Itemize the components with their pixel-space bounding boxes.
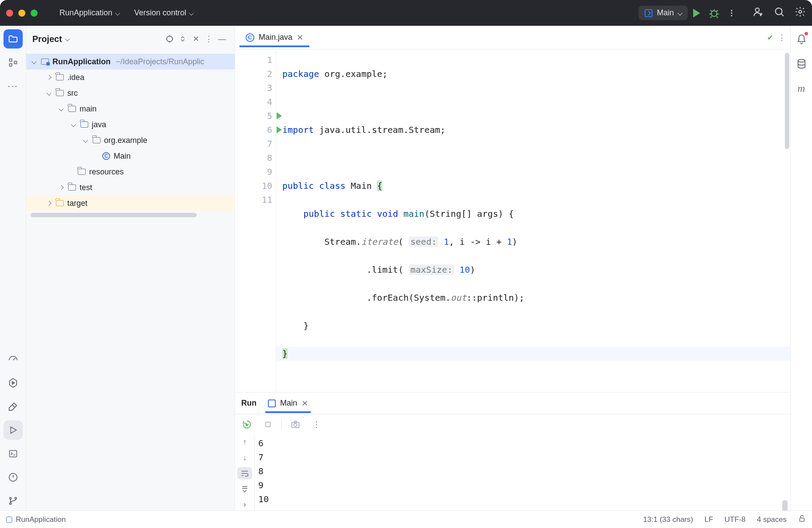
project-panel: Project ✕ ⋮ — RunApplication ~/IdeaProje… [26,26,235,511]
editor-options-button[interactable]: ⋮ [778,33,786,42]
source-folder-icon [80,122,88,128]
code-editor[interactable]: 1234 5 6 7891011 package org.example; im… [235,49,790,392]
close-tab-button[interactable]: ✕ [297,33,303,42]
vcs-tool-button[interactable] [3,491,23,511]
run-tool-window: Run Main ✕ ⋮ ↑ ↓ › [235,393,790,511]
tree-item-package[interactable]: org.example [26,132,235,148]
chevron-down-icon [189,10,194,15]
search-everywhere-button[interactable] [774,6,785,20]
notifications-button[interactable] [794,32,809,47]
scroll-up-button[interactable]: ↑ [237,436,252,448]
tree-item-test[interactable]: test [26,180,235,195]
editor-gutter[interactable]: 1234 5 6 7891011 [235,49,276,392]
console-output[interactable]: 6 7 8 9 10 Process finished with exit co… [254,434,790,511]
open-prompt-button[interactable]: › [237,498,252,511]
select-opened-file-button[interactable] [163,32,176,45]
tree-item-java[interactable]: java [26,117,235,132]
camera-icon [291,420,300,429]
more-vertical-icon [727,9,736,17]
code-with-me-button[interactable] [753,6,764,20]
expand-icon [179,35,187,43]
soft-wrap-button[interactable] [237,467,252,479]
module-icon [41,59,49,65]
titlebar: RunApplication Version control Main [0,0,812,26]
class-icon: C [246,33,254,42]
panel-close-button[interactable]: ✕ [189,32,202,45]
line-separator[interactable]: LF [704,515,713,524]
profiler-tool-button[interactable] [3,350,23,369]
expand-collapse-button[interactable] [176,32,189,45]
project-view-selector[interactable]: Project [32,34,69,44]
caret-position[interactable]: 13:1 (33 chars) [643,515,693,524]
tree-root[interactable]: RunApplication ~/IdeaProjects/RunApplic [26,54,235,69]
vertical-scrollbar[interactable] [782,500,788,511]
play-icon [8,425,18,435]
build-tool-button[interactable] [3,397,23,416]
status-bar: RunApplication 13:1 (33 chars) LF UTF-8 … [0,511,812,528]
more-tools-button[interactable]: ··· [3,76,23,96]
rerun-button[interactable] [239,417,254,432]
close-window-button[interactable] [6,10,13,17]
tree-item-src[interactable]: src [26,85,235,101]
run-tab-main[interactable]: Main ✕ [265,394,311,413]
terminal-tool-button[interactable] [3,444,23,463]
editor-tab-main[interactable]: C Main.java ✕ [239,28,309,47]
scroll-to-end-button[interactable] [237,483,252,495]
services-tool-button[interactable] [3,373,23,393]
stop-button[interactable] [260,417,275,432]
tree-label: src [67,89,78,98]
notification-dot [805,32,808,35]
svg-rect-20 [800,518,805,521]
tree-item-main[interactable]: main [26,101,235,117]
tree-item-idea[interactable]: .idea [26,69,235,85]
indent-setting[interactable]: 4 spaces [757,515,787,524]
target-icon [165,35,174,43]
project-dropdown[interactable]: RunApplication [55,6,124,20]
readonly-toggle[interactable] [798,514,806,525]
run-gutter-icon[interactable] [277,112,282,119]
database-tool-button[interactable] [794,56,809,71]
stop-icon [264,420,272,428]
svg-point-14 [10,503,11,504]
project-panel-title: Project [32,34,62,44]
debug-button[interactable] [705,4,723,22]
structure-tool-button[interactable] [3,53,23,72]
hexagon-play-icon [8,378,18,388]
run-options-button[interactable]: ⋮ [309,417,324,432]
problems-tool-button[interactable] [3,468,23,487]
minimize-window-button[interactable] [18,10,25,17]
maven-tool-button[interactable]: m [794,81,809,96]
tree-item-main-class[interactable]: C Main [26,148,235,164]
run-configuration-selector[interactable]: Main [638,6,688,20]
editor-tabs: C Main.java ✕ ✔ ⋮ [235,26,790,49]
horizontal-scrollbar[interactable] [31,213,197,217]
rerun-icon [242,420,252,429]
zoom-window-button[interactable] [31,10,38,17]
code-area[interactable]: package org.example; import java.util.st… [276,49,790,392]
vertical-scrollbar[interactable] [785,53,789,149]
settings-button[interactable] [795,6,806,20]
warning-icon [8,472,18,483]
module-indicator[interactable]: RunApplication [6,515,66,524]
inspection-ok-icon[interactable]: ✔ [767,33,774,42]
encoding[interactable]: UTF-8 [725,515,746,524]
panel-options-button[interactable]: ⋮ [202,32,215,45]
project-tree[interactable]: RunApplication ~/IdeaProjects/RunApplic … [26,52,235,511]
screenshot-button[interactable] [288,417,303,432]
run-gutter-icon[interactable] [277,126,282,133]
tree-item-target[interactable]: target [26,195,235,211]
more-actions-button[interactable] [723,4,740,22]
tree-item-resources[interactable]: resources [26,164,235,180]
scroll-down-button[interactable]: ↓ [237,452,252,464]
module-icon [6,517,12,523]
vcs-dropdown[interactable]: Version control [130,6,198,20]
lock-icon [798,514,806,522]
close-tab-button[interactable]: ✕ [302,399,308,408]
svg-point-15 [167,36,172,42]
run-button[interactable] [688,4,705,22]
run-tool-button[interactable] [3,420,23,440]
panel-hide-button[interactable]: — [215,32,229,45]
project-tool-button[interactable] [3,29,23,49]
svg-point-3 [731,15,732,16]
svg-rect-9 [14,61,17,64]
